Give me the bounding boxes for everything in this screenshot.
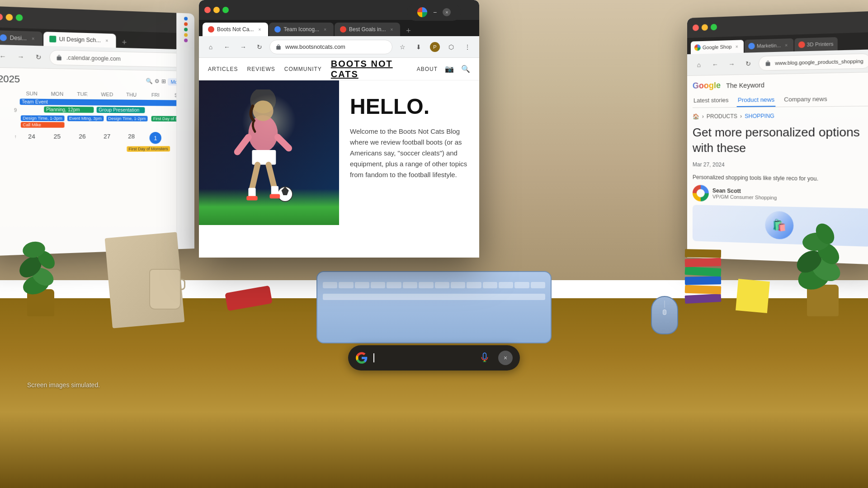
key[interactable] [435, 282, 449, 288]
plant-right [791, 217, 854, 316]
key[interactable] [499, 282, 513, 288]
day-25[interactable]: 25 [44, 132, 70, 141]
close-search-button[interactable]: × [498, 351, 513, 365]
home-button[interactable]: ⌂ [693, 58, 705, 71]
minimize-btn[interactable] [702, 24, 708, 31]
close-btn[interactable] [0, 14, 3, 20]
nav-reviews[interactable]: REVIEWS [247, 66, 275, 72]
tab-company-news[interactable]: Company news [783, 93, 828, 107]
settings-icon[interactable]: ⚙ [155, 78, 160, 85]
search-icon[interactable]: 🔍 [461, 65, 470, 73]
download-button[interactable]: ⬇ [412, 41, 425, 53]
day-28[interactable]: 28 [119, 132, 144, 141]
maximize-btn[interactable] [222, 7, 229, 13]
nav-about[interactable]: ABOUT [417, 66, 438, 72]
reload-button[interactable]: ↻ [253, 41, 266, 53]
address-input[interactable]: www.bootsnotcats.com [269, 40, 392, 54]
day-24[interactable]: 24 [19, 132, 45, 141]
nav-community[interactable]: COMMUNITY [284, 66, 322, 72]
tab-close-icon[interactable]: × [783, 42, 790, 48]
forward-button[interactable]: → [725, 57, 738, 70]
tab-desi[interactable]: Desi... × [0, 30, 42, 46]
key[interactable] [483, 282, 497, 288]
add-tab-button[interactable]: + [403, 25, 414, 36]
tab-google-shop[interactable]: Google Shop × [691, 40, 744, 54]
add-tab-button[interactable]: + [118, 37, 130, 48]
gshop-address-input[interactable]: www.blog.google_products_shopping [759, 53, 868, 70]
tab-ui-design[interactable]: UI Design Sch... × [43, 32, 116, 47]
tab-product-news[interactable]: Product news [737, 93, 776, 107]
minimize-btn[interactable] [6, 14, 13, 21]
tab-close-icon[interactable]: × [256, 26, 263, 33]
search-icon[interactable]: 🔍 [146, 78, 153, 85]
reload-button[interactable]: ↻ [742, 57, 755, 70]
forward-button[interactable]: → [14, 50, 28, 63]
cal-event[interactable]: Design Time, 1-3pm [21, 115, 64, 121]
cal-event[interactable]: Call Mike [21, 122, 64, 128]
maximize-btn[interactable] [16, 14, 23, 21]
calendar-address-bar: ← → ↻ .calendar.google.com [0, 45, 194, 71]
home-breadcrumb[interactable]: 🏠 [693, 113, 699, 120]
mic-button[interactable] [476, 350, 493, 366]
address-input[interactable]: .calendar.google.com [49, 50, 189, 68]
cal-event[interactable]: Event Mtng, 3pm [67, 116, 103, 122]
cal-event[interactable]: Planning, 12pm [44, 107, 94, 113]
key[interactable] [451, 282, 465, 288]
key[interactable] [371, 282, 385, 288]
key[interactable] [419, 282, 433, 288]
day-27[interactable]: 27 [94, 132, 119, 141]
book [685, 276, 721, 285]
key[interactable] [531, 282, 545, 288]
reload-button[interactable]: ↻ [32, 50, 45, 64]
tab-close-icon[interactable]: × [30, 35, 37, 42]
key[interactable] [514, 282, 529, 288]
spacebar[interactable] [323, 294, 545, 300]
close-btn[interactable] [693, 24, 699, 31]
back-button[interactable]: ← [221, 41, 233, 53]
menu-button[interactable]: ⋮ [461, 41, 474, 53]
minimize-btn[interactable] [213, 7, 220, 13]
grid-icon[interactable]: ⊞ [161, 78, 166, 85]
extensions-button[interactable]: ⬡ [445, 41, 458, 53]
cal-event[interactable]: First Day of Monsters [127, 146, 170, 152]
bnc-logo[interactable]: BOOTS NOT CATS [331, 59, 408, 80]
tab-marketing[interactable]: Marketin... × [745, 38, 793, 53]
tab-best-goals[interactable]: Best Goals in... × [335, 23, 400, 36]
key[interactable] [387, 282, 401, 288]
cal-event[interactable]: Team Event [20, 99, 190, 106]
keyword-blog-title[interactable]: The Keyword [726, 81, 764, 89]
cal-event[interactable]: Group Presentation [97, 107, 145, 113]
key[interactable] [467, 282, 481, 288]
tab-3d-printers[interactable]: 3D Printers [794, 37, 837, 52]
tab-latest-stories[interactable]: Latest stories [693, 94, 730, 108]
tab-team-iconog[interactable]: Team Iconog... × [269, 23, 334, 36]
instagram-icon[interactable]: 📷 [445, 65, 454, 73]
nav-articles[interactable]: ARTICLES [208, 66, 238, 72]
key[interactable] [355, 282, 369, 288]
home-button[interactable]: ⌂ [204, 41, 217, 53]
lock-icon [764, 60, 771, 66]
tab-close-icon[interactable]: × [388, 26, 395, 33]
day-1-today[interactable]: 1 [150, 132, 161, 144]
bookmark-button[interactable]: ☆ [396, 41, 409, 53]
profile-button[interactable]: P [429, 41, 441, 53]
key[interactable] [323, 282, 337, 288]
close-button[interactable]: × [443, 8, 451, 16]
tab-close-icon[interactable]: × [322, 26, 328, 33]
day-26[interactable]: 26 [70, 132, 94, 141]
close-btn[interactable] [204, 7, 211, 13]
key[interactable] [339, 282, 353, 288]
cal-event[interactable]: Design Time, 1-2pm [106, 116, 147, 122]
minimize-button[interactable]: − [433, 9, 437, 16]
back-button[interactable]: ← [709, 58, 722, 71]
key[interactable] [403, 282, 417, 288]
tab-close-icon[interactable]: × [734, 43, 740, 50]
tab-close-icon[interactable]: × [104, 37, 110, 44]
back-button[interactable]: ← [0, 49, 10, 63]
maximize-btn[interactable] [711, 24, 717, 31]
search-input[interactable] [373, 349, 471, 367]
products-breadcrumb[interactable]: PRODUCTS [707, 113, 737, 120]
forward-button[interactable]: → [237, 41, 250, 53]
shopping-breadcrumb[interactable]: SHOPPING [745, 113, 774, 120]
tab-boots-not-cats[interactable]: Boots Not Ca... × [203, 23, 268, 36]
